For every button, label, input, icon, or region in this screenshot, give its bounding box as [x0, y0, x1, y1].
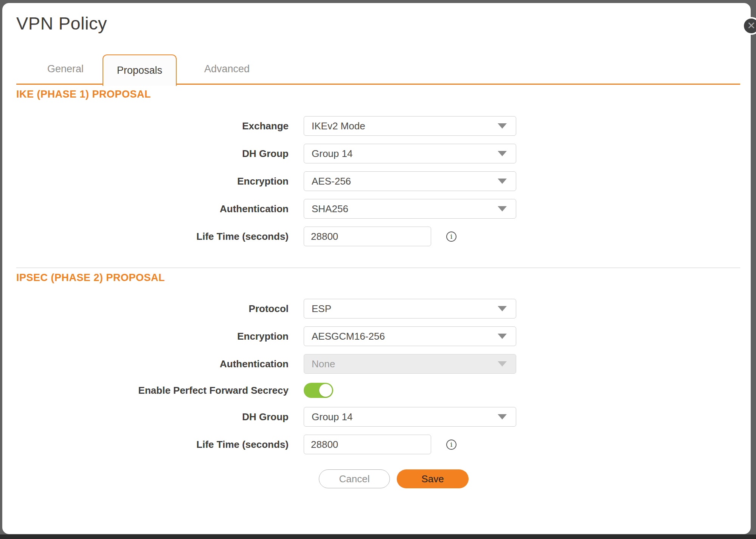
- ike-encryption-selected-value: AES-256: [312, 176, 498, 187]
- protocol-row: Protocol ESP: [16, 299, 740, 318]
- ike-authentication-selected-value: SHA256: [312, 203, 498, 215]
- ike-dh-group-row: DH Group Group 14: [16, 144, 740, 163]
- exchange-label: Exchange: [16, 120, 304, 132]
- ike-dh-group-selected-value: Group 14: [312, 148, 498, 160]
- pfs-row: Enable Perfect Forward Secrecy: [16, 382, 740, 399]
- ipsec-section-heading: IPSEC (PHASE 2) PROPOSAL: [16, 273, 740, 283]
- chevron-down-icon: [498, 206, 507, 211]
- ike-authentication-label: Authentication: [16, 203, 304, 215]
- ipsec-authentication-row: Authentication None: [16, 354, 740, 374]
- info-icon-glyph: i: [450, 233, 452, 240]
- cancel-button[interactable]: Cancel: [319, 469, 390, 488]
- chevron-down-icon: [498, 123, 507, 129]
- ipsec-encryption-select[interactable]: AESGCM16-256: [304, 326, 516, 346]
- pfs-label: Enable Perfect Forward Secrecy: [16, 385, 304, 396]
- ipsec-form: Protocol ESP Encryption AESGCM16-256 Aut…: [16, 299, 740, 454]
- dialog-title: VPN Policy: [16, 13, 751, 34]
- protocol-selected-value: ESP: [312, 303, 498, 315]
- dialog-content: IKE (PHASE 1) PROPOSAL Exchange IKEv2 Mo…: [2, 89, 751, 488]
- section-divider: [16, 267, 740, 268]
- protocol-select[interactable]: ESP: [304, 299, 516, 318]
- backdrop-bottom-strip: [0, 534, 756, 539]
- ike-dh-group-label: DH Group: [16, 148, 304, 160]
- ipsec-dh-group-selected-value: Group 14: [312, 411, 498, 423]
- ipsec-authentication-select: None: [304, 354, 516, 374]
- ipsec-authentication-selected-value: None: [312, 358, 498, 370]
- ipsec-dh-group-label: DH Group: [16, 411, 304, 423]
- exchange-selected-value: IKEv2 Mode: [312, 120, 498, 132]
- chevron-down-icon: [498, 151, 507, 156]
- chevron-down-icon: [498, 414, 507, 419]
- ipsec-authentication-label: Authentication: [16, 358, 304, 370]
- ike-encryption-row: Encryption AES-256: [16, 171, 740, 191]
- close-icon: ✕: [747, 21, 756, 31]
- ike-lifetime-row: Life Time (seconds) i: [16, 227, 740, 246]
- chevron-down-icon: [498, 179, 507, 184]
- ipsec-encryption-selected-value: AESGCM16-256: [312, 331, 498, 342]
- ike-lifetime-input[interactable]: [304, 227, 431, 246]
- tab-bar: General Proposals Advanced: [16, 54, 740, 85]
- save-button[interactable]: Save: [397, 469, 469, 488]
- tab-advanced[interactable]: Advanced: [177, 54, 277, 84]
- ike-encryption-label: Encryption: [16, 176, 304, 187]
- info-icon-glyph: i: [450, 441, 452, 448]
- pfs-toggle[interactable]: [304, 383, 333, 398]
- ike-encryption-select[interactable]: AES-256: [304, 171, 516, 191]
- ike-section-heading: IKE (PHASE 1) PROPOSAL: [16, 89, 740, 99]
- toggle-knob: [319, 384, 332, 397]
- info-icon[interactable]: i: [446, 231, 456, 242]
- chevron-down-icon: [498, 361, 507, 367]
- ike-dh-group-select[interactable]: Group 14: [304, 144, 516, 163]
- ipsec-dh-group-select[interactable]: Group 14: [304, 407, 516, 427]
- tab-proposals[interactable]: Proposals: [102, 54, 177, 86]
- info-icon[interactable]: i: [446, 440, 456, 450]
- ipsec-encryption-label: Encryption: [16, 331, 304, 342]
- ike-authentication-row: Authentication SHA256: [16, 199, 740, 219]
- chevron-down-icon: [498, 306, 507, 311]
- ipsec-lifetime-row: Life Time (seconds) i: [16, 435, 740, 454]
- ike-authentication-select[interactable]: SHA256: [304, 199, 516, 219]
- ipsec-encryption-row: Encryption AESGCM16-256: [16, 326, 740, 346]
- exchange-select[interactable]: IKEv2 Mode: [304, 116, 516, 136]
- ike-form: Exchange IKEv2 Mode DH Group Group 14 En…: [16, 116, 740, 246]
- dialog-footer: Cancel Save: [319, 469, 740, 488]
- ipsec-lifetime-label: Life Time (seconds): [16, 439, 304, 450]
- vpn-policy-dialog: ✕ VPN Policy General Proposals Advanced …: [2, 3, 751, 534]
- chevron-down-icon: [498, 334, 507, 339]
- ipsec-lifetime-input[interactable]: [304, 435, 431, 454]
- protocol-label: Protocol: [16, 303, 304, 315]
- ike-lifetime-label: Life Time (seconds): [16, 231, 304, 242]
- exchange-row: Exchange IKEv2 Mode: [16, 116, 740, 136]
- ipsec-dh-group-row: DH Group Group 14: [16, 407, 740, 427]
- tab-general[interactable]: General: [28, 54, 102, 84]
